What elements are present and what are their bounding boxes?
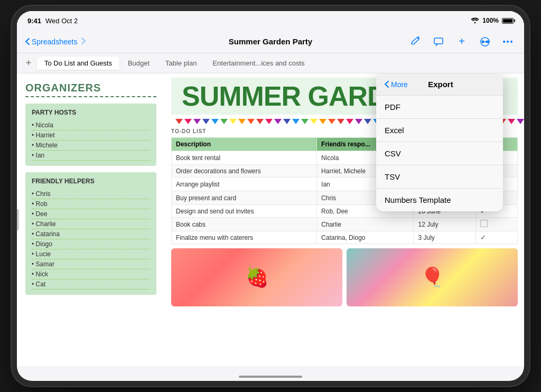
bottom-images — [171, 248, 518, 306]
tab-todo-guests[interactable]: To Do List and Guests — [37, 57, 119, 70]
status-bar: 9:41 Wed Oct 2 100% — [17, 11, 524, 30]
tab-entertainment-label: Entertainment...ices and costs — [212, 59, 304, 67]
list-item: Samar — [32, 259, 150, 269]
add-tab-button[interactable]: + — [21, 56, 36, 71]
share-button[interactable] — [478, 34, 492, 49]
list-item: Harriet — [32, 130, 150, 141]
friendly-helpers-title: FRIENDLY HELPERS — [32, 178, 150, 185]
list-item: Lucie — [32, 249, 150, 259]
list-item: Rob — [32, 199, 150, 209]
party-hosts-list: Nicola Harriet Michele Ian — [32, 120, 150, 161]
cell-friend[interactable]: Catarina, Diogo — [317, 231, 414, 244]
left-panel: ORGANIZERS PARTY HOSTS Nicola Harriet Mi… — [17, 73, 165, 366]
battery-text: 100% — [482, 17, 499, 24]
tabs-bar: + To Do List and Guests Budget Table pla… — [17, 53, 524, 73]
nav-forward-icon[interactable] — [81, 36, 86, 47]
svg-point-2 — [482, 40, 484, 43]
tab-table-plan-label: Table plan — [165, 59, 197, 67]
drink-image — [171, 248, 342, 306]
friendly-helpers-list: Chris Rob Dee Charlie Catarina Diogo Luc… — [32, 189, 150, 290]
cell-date[interactable]: 12 July — [414, 218, 476, 231]
title-text: Summer Garden Party — [229, 37, 312, 46]
dropdown-header: More Export — [376, 73, 503, 96]
list-item: Ian — [32, 151, 150, 161]
cell-date[interactable]: 3 July — [414, 231, 476, 244]
table-row: Finalize menu with caterers Catarina, Di… — [172, 231, 518, 244]
export-pdf-item[interactable]: PDF — [376, 96, 503, 119]
back-button[interactable]: Spreadsheets — [25, 38, 77, 46]
tab-todo-label: To Do List and Guests — [44, 59, 112, 67]
export-pdf-label: PDF — [385, 102, 400, 111]
export-excel-label: Excel — [385, 126, 404, 135]
tab-entertainment[interactable]: Entertainment...ices and costs — [205, 57, 312, 70]
list-item: Charlie — [32, 219, 150, 229]
export-numbers-label: Numbers Template — [385, 195, 451, 204]
list-item: Nicola — [32, 120, 150, 130]
toolbar: Spreadsheets Summer Garden Party — [17, 30, 524, 53]
export-tsv-label: TSV — [385, 172, 400, 181]
dropdown-back-label: More — [391, 80, 408, 89]
cell-description[interactable]: Arrange playlist — [172, 178, 317, 191]
list-item: Chris — [32, 189, 150, 199]
pencil-button[interactable] — [408, 34, 423, 49]
table-header-description: Description — [172, 138, 317, 151]
comment-button[interactable] — [431, 34, 446, 49]
date-display: Wed Oct 2 — [45, 17, 78, 25]
friendly-helpers-section: FRIENDLY HELPERS Chris Rob Dee Charlie C… — [25, 172, 156, 295]
ipad-frame: 9:41 Wed Oct 2 100% Spread — [17, 11, 524, 381]
organizers-title: ORGANIZERS — [25, 82, 156, 97]
cell-friend[interactable]: Charlie — [317, 218, 414, 231]
battery-icon — [502, 18, 514, 24]
back-label: Spreadsheets — [32, 38, 77, 46]
status-time: 9:41 Wed Oct 2 — [27, 17, 78, 25]
time-display: 9:41 — [27, 17, 41, 25]
list-item: Michele — [32, 141, 150, 151]
cell-done[interactable] — [476, 218, 518, 231]
list-item: Dee — [32, 209, 150, 219]
cell-description[interactable]: Design and send out invites — [172, 205, 317, 218]
add-sheet-button[interactable]: + — [454, 34, 469, 49]
export-excel-item[interactable]: Excel — [376, 119, 503, 142]
export-dropdown: More Export PDF Excel CSV TSV Numbers Te… — [376, 73, 503, 211]
tab-budget[interactable]: Budget — [120, 57, 157, 70]
dropdown-back-button[interactable]: More — [385, 80, 408, 89]
content-area: ORGANIZERS PARTY HOSTS Nicola Harriet Mi… — [17, 73, 524, 366]
list-item: Cat — [32, 279, 150, 290]
tab-table-plan[interactable]: Table plan — [158, 57, 204, 70]
cell-description[interactable]: Book cabs — [172, 218, 317, 231]
svg-rect-0 — [434, 38, 443, 44]
cell-description[interactable]: Buy present and card — [172, 191, 317, 205]
export-csv-label: CSV — [385, 149, 401, 158]
list-item: Catarina — [32, 229, 150, 239]
cell-description[interactable]: Finalize menu with caterers — [172, 231, 317, 244]
list-item: Nick — [32, 269, 150, 279]
wifi-icon — [471, 17, 479, 25]
document-title: Summer Garden Party — [229, 37, 312, 46]
toolbar-left: Spreadsheets — [25, 36, 120, 47]
balloons-image — [347, 248, 518, 306]
list-item: Diogo — [32, 239, 150, 249]
toolbar-right: + ••• — [408, 34, 516, 49]
tab-budget-label: Budget — [128, 59, 150, 67]
export-tsv-item[interactable]: TSV — [376, 165, 503, 189]
status-icons: 100% — [471, 17, 514, 25]
party-hosts-title: PARTY HOSTS — [32, 109, 150, 116]
export-numbers-item[interactable]: Numbers Template — [376, 189, 503, 211]
party-hosts-section: PARTY HOSTS Nicola Harriet Michele Ian — [25, 104, 156, 166]
dropdown-title: Export — [428, 80, 453, 89]
export-csv-item[interactable]: CSV — [376, 142, 503, 165]
cell-done[interactable]: ✓ — [476, 231, 518, 244]
cell-description[interactable]: Book tent rental — [172, 151, 317, 165]
cell-description[interactable]: Order decorations and flowers — [172, 165, 317, 178]
table-row: Book cabs Charlie 12 July — [172, 218, 518, 231]
side-handle — [17, 209, 19, 230]
home-indicator — [239, 376, 302, 378]
more-button[interactable]: ••• — [501, 34, 516, 49]
